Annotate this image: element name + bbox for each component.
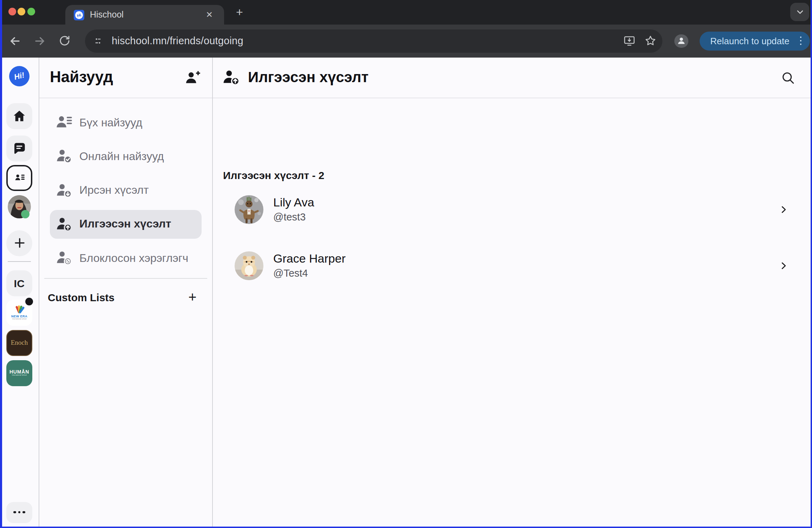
custom-lists-divider — [44, 278, 207, 279]
newera-logo-icon — [14, 304, 25, 314]
menu-item-incoming-requests[interactable]: Ирсэн хүсэлт — [50, 176, 202, 205]
hischool-logo[interactable]: Hi! — [9, 66, 30, 86]
main-header: Илгээсэн хүсэлт — [213, 57, 812, 97]
browser-menu-kebab-icon[interactable] — [796, 36, 806, 45]
chevron-right-icon[interactable] — [779, 205, 788, 214]
online-status-dot — [21, 210, 30, 218]
traffic-light-zoom[interactable] — [27, 8, 35, 15]
screen-share-border-right — [810, 0, 812, 528]
tab-strip: Hi Hischool ✕ + — [0, 0, 812, 25]
chat-icon — [12, 141, 27, 156]
outgoing-requests-main: Илгээсэн хүсэлт Илгээсэн хүсэлт - 2 — [213, 57, 812, 528]
chevron-down-icon — [795, 8, 804, 16]
tab-close-icon[interactable]: ✕ — [204, 10, 214, 20]
hischool-favicon-icon: Hi — [74, 9, 84, 20]
chevron-right-icon[interactable] — [779, 261, 788, 270]
user-row-grace-harper[interactable]: Grace Harper @Test4 — [213, 251, 812, 280]
requests-count-label: Илгээсэн хүсэлт - 2 — [223, 169, 325, 181]
user-handle: @Test4 — [273, 268, 346, 279]
menu-item-all-friends[interactable]: Бүх найзууд — [50, 108, 202, 137]
site-settings-icon — [92, 35, 103, 46]
menu-item-outgoing-requests[interactable]: Илгээсэн хүсэлт — [50, 210, 202, 239]
rail-human-school-button[interactable]: HUMÅN International School — [6, 360, 32, 386]
forward-arrow-icon — [33, 34, 46, 48]
app-rail: Hi! — [0, 57, 39, 528]
add-friend-button[interactable] — [185, 69, 201, 85]
screen-share-border-bottom — [0, 526, 812, 528]
outgoing-request-icon — [55, 216, 73, 233]
main-title: Илгээсэн хүсэлт — [248, 69, 368, 86]
address-bar[interactable]: hischool.mn/friends/outgoing — [85, 29, 662, 52]
rail-section-divider — [8, 261, 31, 262]
reload-icon — [58, 35, 71, 47]
bookmark-star-icon[interactable] — [644, 34, 657, 47]
add-custom-list-button[interactable]: + — [185, 289, 200, 304]
relaunch-to-update-button[interactable]: Relaunch to update — [700, 31, 810, 50]
rail-add-button[interactable] — [6, 230, 32, 256]
groot-avatar-image — [235, 195, 263, 224]
install-app-icon[interactable] — [623, 34, 636, 47]
outgoing-request-header-icon — [222, 68, 241, 87]
rail-friends-button[interactable] — [6, 165, 32, 191]
traffic-light-minimize[interactable] — [18, 8, 25, 15]
profile-person-icon — [676, 36, 686, 46]
back-arrow-icon — [8, 34, 21, 48]
user-avatar — [235, 251, 263, 280]
main-header-divider — [213, 97, 812, 98]
user-name: Lily Ava — [273, 196, 314, 210]
rail-enoch-button[interactable]: Enoch — [6, 330, 32, 356]
person-plus-icon — [185, 69, 201, 85]
reload-button[interactable] — [56, 33, 73, 50]
user-avatar — [235, 195, 263, 224]
url-text: hischool.mn/friends/outgoing — [112, 35, 243, 46]
rail-more-button[interactable] — [6, 502, 32, 523]
rail-home-button[interactable] — [6, 103, 32, 129]
online-friends-icon — [55, 148, 73, 165]
search-button[interactable] — [780, 70, 796, 85]
friends-panel-title: Найзууд — [50, 68, 113, 86]
traffic-light-close[interactable] — [8, 8, 16, 15]
blocked-user-icon — [55, 249, 73, 267]
browser-window: Hi Hischool ✕ + hischool.mn/friends/outg… — [0, 0, 812, 528]
plus-icon — [13, 237, 26, 249]
profile-button[interactable] — [674, 34, 688, 48]
search-icon — [780, 70, 796, 85]
forward-button[interactable] — [31, 33, 48, 50]
home-icon — [12, 108, 27, 123]
incoming-request-icon — [55, 182, 73, 199]
custom-lists-section: Custom Lists + — [48, 287, 204, 308]
new-tab-button[interactable]: + — [233, 6, 246, 19]
rail-chat-button[interactable] — [6, 135, 32, 161]
user-row-lily-ava[interactable]: Lily Ava @test3 — [213, 195, 812, 224]
browser-toolbar: hischool.mn/friends/outgoing Relaunch to… — [0, 25, 812, 57]
tab-search-chevron-button[interactable] — [790, 3, 809, 21]
contacts-card-icon — [12, 170, 27, 185]
custom-lists-label: Custom Lists — [48, 291, 114, 303]
menu-item-blocked-users[interactable]: Блоклосон хэрэглэгч — [50, 244, 202, 272]
back-button[interactable] — [6, 33, 23, 50]
menu-item-online-friends[interactable]: Онлайн найзууд — [50, 142, 202, 171]
friends-panel: Найзууд Бүх найзууд Онлайн найзууд Ирсэн… — [39, 57, 212, 528]
rail-ic-workspace-button[interactable]: IC — [6, 270, 32, 296]
site-info-button[interactable] — [89, 32, 107, 50]
browser-tab[interactable]: Hi Hischool ✕ — [65, 5, 224, 25]
notification-badge-dot — [25, 297, 33, 305]
page-content: Hi! — [0, 57, 812, 528]
all-friends-icon — [55, 114, 73, 131]
user-handle: @test3 — [273, 211, 314, 223]
friends-menu: Бүх найзууд Онлайн найзууд Ирсэн хүсэлт … — [50, 108, 202, 278]
panel-header-divider — [39, 97, 212, 98]
screen-share-border-left — [0, 0, 2, 528]
hamster-avatar-image — [235, 251, 263, 280]
user-name: Grace Harper — [273, 252, 346, 266]
tab-title: Hischool — [90, 10, 124, 20]
